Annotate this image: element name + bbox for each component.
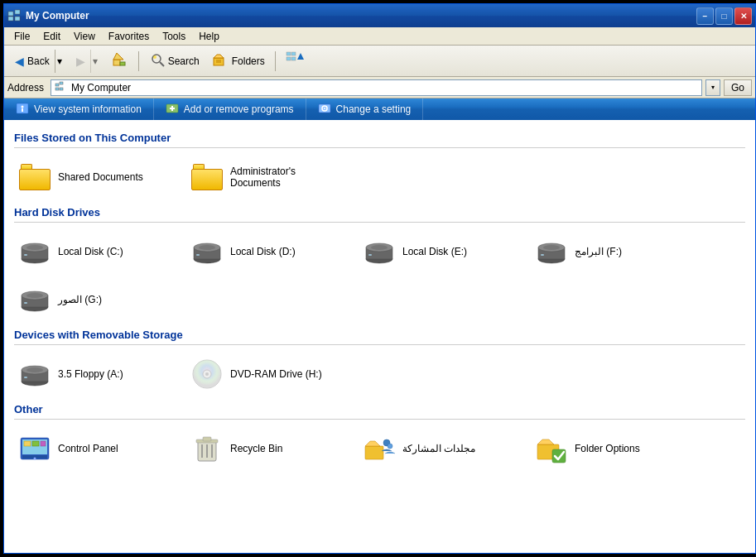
folders-icon: [213, 51, 229, 70]
svg-rect-0: [8, 12, 13, 16]
floppy-a-label: 3.5 Floppy (A:): [58, 368, 123, 380]
hard-disk-section-header: Hard Disk Drives: [14, 206, 745, 223]
add-remove-label: Add or remove programs: [184, 103, 294, 115]
control-panel-icon: [18, 432, 51, 465]
disk-d-item[interactable]: Local Disk (D:): [186, 231, 352, 272]
maximize-button[interactable]: □: [715, 7, 733, 25]
back-dropdown[interactable]: ▾: [55, 50, 65, 73]
svg-rect-51: [541, 254, 544, 256]
svg-point-40: [199, 245, 215, 250]
address-icon: [55, 81, 68, 94]
add-remove-programs-button[interactable]: Add or remove programs: [154, 98, 306, 120]
shared-folders-icon: [363, 432, 396, 465]
svg-marker-84: [537, 439, 554, 444]
svg-rect-4: [113, 60, 120, 65]
menu-file[interactable]: File: [7, 29, 36, 44]
minimize-button[interactable]: −: [696, 7, 714, 25]
change-setting-button[interactable]: Change a setting: [306, 98, 424, 120]
folders-button[interactable]: Folders: [207, 48, 271, 74]
forward-main[interactable]: ▶: [71, 55, 90, 68]
svg-point-9: [153, 55, 156, 59]
folder-options-item[interactable]: Folder Options: [531, 428, 696, 469]
back-main[interactable]: ◀ Back: [10, 55, 55, 68]
menu-favorites[interactable]: Favorites: [102, 29, 156, 44]
svg-line-8: [160, 62, 164, 66]
go-button[interactable]: Go: [724, 79, 752, 96]
svg-rect-21: [55, 88, 59, 90]
task-bar: View system information Add or remove pr…: [4, 98, 755, 120]
back-button[interactable]: ◀ Back ▾: [7, 50, 67, 73]
menu-help[interactable]: Help: [192, 29, 226, 44]
menu-view[interactable]: View: [67, 29, 102, 44]
svg-point-50: [543, 245, 560, 250]
svg-point-82: [388, 444, 392, 449]
titlebar-buttons: − □ ✕: [696, 7, 752, 25]
close-button[interactable]: ✕: [734, 7, 752, 25]
back-label: Back: [27, 55, 50, 67]
shared-folders-label: مجلدات المشاركة: [402, 443, 475, 454]
shared-docs-icon: [18, 161, 51, 194]
up-button[interactable]: [106, 48, 134, 74]
svg-rect-16: [287, 57, 291, 60]
search-label: Search: [168, 55, 200, 67]
svg-rect-1: [15, 10, 20, 14]
shared-docs-item[interactable]: Shared Documents: [14, 156, 180, 198]
shared-folders-item[interactable]: مجلدات المشاركة: [359, 428, 524, 469]
svg-rect-41: [196, 254, 200, 256]
dvd-h-label: DVD-RAM Drive (H:): [230, 368, 322, 380]
floppy-a-item[interactable]: 3.5 Floppy (A:): [14, 353, 180, 395]
svg-marker-18: [297, 53, 304, 60]
main-window: My Computer − □ ✕ File Edit View Favorit…: [3, 3, 756, 554]
views-button[interactable]: [280, 48, 311, 74]
view-system-info-button[interactable]: View system information: [4, 98, 154, 120]
settings-icon: [318, 102, 331, 118]
svg-point-65: [205, 372, 209, 376]
svg-rect-79: [365, 446, 383, 459]
svg-rect-19: [55, 84, 59, 86]
menu-edit[interactable]: Edit: [36, 29, 67, 44]
svg-point-55: [26, 293, 43, 298]
svg-point-72: [34, 458, 36, 460]
forward-dropdown[interactable]: ▾: [90, 50, 100, 73]
svg-point-31: [324, 108, 325, 109]
svg-rect-69: [24, 441, 31, 446]
address-value[interactable]: My Computer: [71, 82, 698, 94]
up-icon: [112, 51, 128, 70]
folders-label: Folders: [232, 55, 265, 67]
svg-point-60: [26, 367, 43, 372]
disk-c-item[interactable]: Local Disk (C:): [14, 231, 180, 272]
menu-tools[interactable]: Tools: [156, 29, 192, 44]
back-arrow-icon: ◀: [15, 55, 24, 68]
toolbar: ◀ Back ▾ ▶ ▾: [4, 46, 755, 77]
disk-e-icon: [363, 235, 396, 268]
disk-c-icon: [18, 235, 51, 268]
recycle-bin-icon: [190, 432, 224, 465]
svg-point-35: [26, 245, 43, 250]
disk-f-label: البرامج (F:): [575, 246, 622, 257]
svg-rect-17: [291, 57, 296, 60]
search-button[interactable]: Search: [143, 48, 205, 74]
disk-e-item[interactable]: Local Disk (E:): [359, 231, 524, 272]
info-icon: [16, 102, 29, 118]
svg-point-7: [152, 55, 161, 63]
svg-rect-3: [15, 17, 20, 21]
disk-g-item[interactable]: الصور (G:): [14, 279, 180, 320]
disk-e-label: Local Disk (E:): [402, 246, 467, 257]
forward-arrow-icon: ▶: [76, 55, 85, 68]
dvd-h-item[interactable]: DVD-RAM Drive (H:): [186, 353, 352, 395]
disk-d-label: Local Disk (D:): [230, 246, 296, 257]
files-grid: Shared Documents Administrator's Documen…: [14, 156, 745, 198]
forward-button[interactable]: ▶ ▾: [69, 50, 103, 73]
control-panel-item[interactable]: Control Panel: [14, 428, 180, 469]
removable-section-header: Devices with Removable Storage: [14, 329, 745, 345]
disk-f-item[interactable]: البرامج (F:): [531, 231, 696, 272]
svg-rect-15: [291, 52, 296, 55]
disk-g-label: الصور (G:): [58, 294, 102, 305]
window-icon: [7, 9, 21, 22]
recycle-bin-item[interactable]: Recycle Bin: [186, 428, 352, 469]
disk-d-icon: [190, 235, 224, 268]
admin-docs-item[interactable]: Administrator's Documents: [186, 156, 352, 198]
window-title: My Computer: [26, 10, 696, 22]
add-remove-icon: [166, 102, 179, 118]
address-dropdown[interactable]: ▾: [705, 79, 720, 96]
